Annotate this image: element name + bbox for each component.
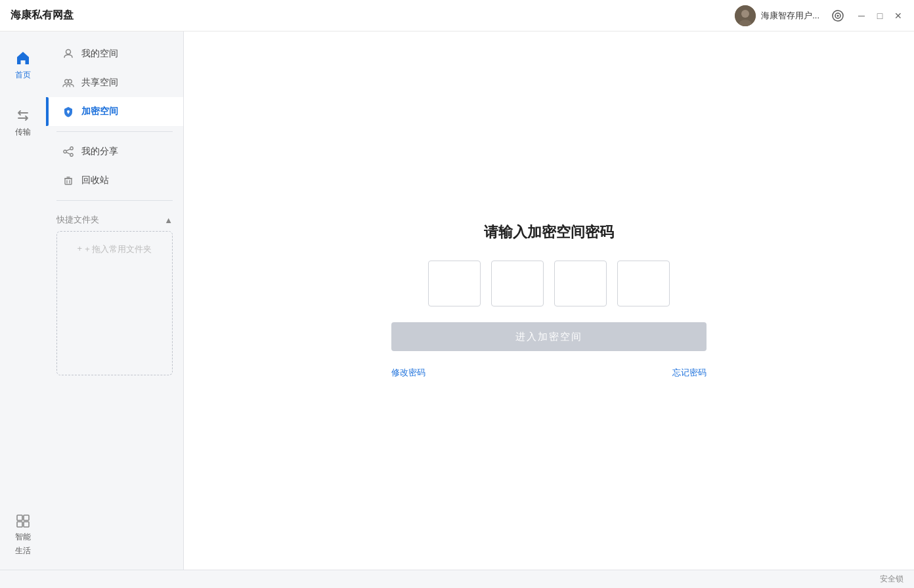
encrypted-space-label: 加密空间 <box>81 106 118 117</box>
smart-life-label2: 生活 <box>15 545 31 556</box>
my-share-icon <box>62 145 75 158</box>
home-label: 首页 <box>15 70 31 81</box>
avatar <box>735 5 756 26</box>
svg-rect-20 <box>65 178 72 184</box>
my-space-icon <box>62 47 75 60</box>
svg-line-18 <box>66 149 70 151</box>
title-bar: 海康私有网盘 海康智存用户... ─ □ ✕ <box>0 0 914 32</box>
nav-sidebar: 我的空间 共享空间 加密空间 <box>46 32 184 570</box>
app-title: 海康私有网盘 <box>11 9 74 22</box>
quick-folder-box[interactable]: + + 拖入常用文件夹 <box>56 231 173 375</box>
home-icon <box>14 50 32 67</box>
svg-rect-14 <box>68 112 69 114</box>
quick-folder-label: 快捷文件夹 <box>56 214 99 226</box>
quick-folder-placeholder: + 拖入常用文件夹 <box>85 243 152 255</box>
my-space-label: 我的空间 <box>81 48 118 60</box>
user-info[interactable]: 海康智存用户... <box>735 5 819 26</box>
status-bar: 安全锁 <box>0 570 914 588</box>
quick-folder-toggle-icon[interactable]: ▲ <box>164 215 173 225</box>
recycle-bin-label: 回收站 <box>81 175 109 186</box>
svg-rect-9 <box>17 515 22 520</box>
svg-point-5 <box>837 14 839 16</box>
dialog-links: 修改密码 忘记密码 <box>391 367 707 379</box>
password-inputs <box>428 261 670 306</box>
minimize-button[interactable]: ─ <box>856 10 867 21</box>
my-share-label: 我的分享 <box>81 146 118 158</box>
password-dialog: 请输入加密空间密码 进入加密空间 修改密码 忘记密码 <box>391 222 707 379</box>
smart-life-label: 智能 <box>15 532 31 543</box>
pwd-input-3[interactable] <box>554 261 607 306</box>
sidebar-item-smart-life[interactable]: 智能 生活 <box>15 513 31 556</box>
pwd-input-4[interactable] <box>617 261 670 306</box>
transfer-icon <box>14 107 32 124</box>
sidebar-item-transfer[interactable]: 传输 <box>5 102 41 143</box>
nav-divider-2 <box>56 200 173 201</box>
nav-item-my-space[interactable]: 我的空间 <box>46 39 183 68</box>
quick-folder-header: 快捷文件夹 ▲ <box>56 214 173 226</box>
svg-rect-8 <box>24 522 29 527</box>
plus-icon: + <box>77 243 83 253</box>
close-button[interactable]: ✕ <box>893 10 903 21</box>
user-name-label: 海康智存用户... <box>761 10 819 22</box>
svg-point-17 <box>70 154 73 156</box>
svg-point-15 <box>70 147 73 150</box>
nav-item-shared-space[interactable]: 共享空间 <box>46 68 183 97</box>
svg-rect-6 <box>17 522 22 527</box>
target-icon[interactable] <box>827 5 848 26</box>
nav-item-my-share[interactable]: 我的分享 <box>46 137 183 166</box>
nav-item-encrypted-space[interactable]: 加密空间 <box>46 97 183 126</box>
shared-space-label: 共享空间 <box>81 77 118 89</box>
forgot-password-link[interactable]: 忘记密码 <box>672 367 707 379</box>
nav-item-recycle-bin[interactable]: 回收站 <box>46 166 183 195</box>
main-content: 请输入加密空间密码 进入加密空间 修改密码 忘记密码 <box>184 32 914 570</box>
pwd-input-1[interactable] <box>428 261 481 306</box>
security-lock-label[interactable]: 安全锁 <box>880 574 903 585</box>
maximize-button[interactable]: □ <box>875 10 885 21</box>
encrypted-space-icon <box>62 105 75 118</box>
sidebar-item-home[interactable]: 首页 <box>5 45 41 86</box>
icon-sidebar: 首页 传输 智能 生活 <box>0 32 46 570</box>
dialog-title: 请输入加密空间密码 <box>484 222 614 242</box>
nav-divider <box>56 131 173 132</box>
enter-encrypted-space-button[interactable]: 进入加密空间 <box>391 322 707 351</box>
change-password-link[interactable]: 修改密码 <box>391 367 425 379</box>
recycle-bin-icon <box>62 174 75 187</box>
svg-line-19 <box>66 152 70 154</box>
svg-point-16 <box>64 150 66 153</box>
svg-rect-7 <box>24 515 29 520</box>
svg-point-10 <box>66 50 71 54</box>
quick-folder-section: 快捷文件夹 ▲ + + 拖入常用文件夹 <box>46 206 183 381</box>
shared-space-icon <box>62 76 75 89</box>
transfer-label: 传输 <box>15 127 31 138</box>
pwd-input-2[interactable] <box>491 261 544 306</box>
smart-life-icon <box>15 513 31 529</box>
svg-point-1 <box>741 10 749 18</box>
